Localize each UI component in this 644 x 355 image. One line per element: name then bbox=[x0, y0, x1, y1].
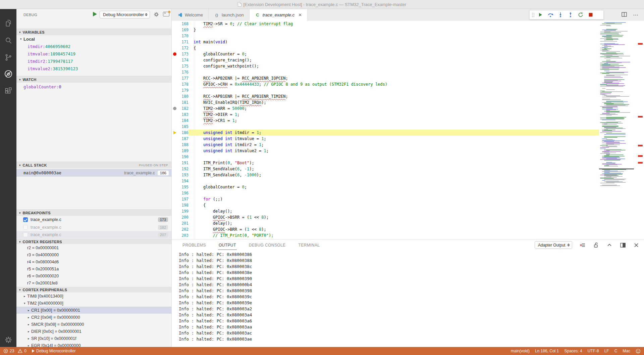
breakpoint-gutter[interactable] bbox=[172, 142, 178, 148]
breakpoint-gutter[interactable] bbox=[172, 148, 178, 154]
breakpoint-gutter[interactable] bbox=[172, 39, 178, 45]
search-icon[interactable] bbox=[0, 33, 16, 49]
breakpoint-gutter[interactable] bbox=[172, 112, 178, 118]
breakpoint-gutter[interactable] bbox=[172, 21, 178, 27]
peripheral-row[interactable]: ▸DIER [0x0c] = 0x00000001 bbox=[16, 328, 171, 335]
tab-launch-json[interactable]: {}launch.json bbox=[209, 9, 250, 21]
breakpoint-gutter[interactable] bbox=[172, 93, 178, 99]
panel-tab-terminal[interactable]: TERMINAL bbox=[298, 241, 321, 250]
watch-row[interactable]: globalCounter: 0 bbox=[16, 83, 171, 90]
breakpoint-checkbox[interactable] bbox=[23, 232, 28, 237]
watch-section-header[interactable]: ▾ WATCH bbox=[16, 76, 171, 83]
breakpoint-gutter[interactable] bbox=[172, 81, 178, 87]
breakpoint-gutter[interactable] bbox=[172, 166, 178, 172]
source-control-icon[interactable] bbox=[0, 49, 16, 65]
breakpoint-gutter[interactable] bbox=[172, 51, 178, 57]
debug-status[interactable]: Debug Microcontroller bbox=[32, 349, 75, 353]
code-editor[interactable]: 168 TIM2->SR = 0; // Clear interrupt fla… bbox=[172, 21, 599, 239]
variable-row[interactable]: itmdir: 4066950602 bbox=[16, 43, 171, 50]
callstack-section-header[interactable]: ▾ CALL STACK PAUSED ON STEP bbox=[16, 162, 171, 168]
variable-row[interactable]: itmvalue: 1898457419 bbox=[16, 50, 171, 57]
breakpoint-gutter[interactable] bbox=[172, 118, 178, 124]
breakpoint-gutter[interactable] bbox=[172, 190, 178, 196]
eol[interactable]: LF bbox=[604, 349, 609, 353]
explorer-icon[interactable] bbox=[0, 15, 16, 31]
variable-row[interactable]: itmvalue2: 3815390123 bbox=[16, 65, 171, 72]
breakpoint-gutter[interactable] bbox=[172, 124, 178, 130]
register-row[interactable]: r2 = 0x00000001 bbox=[16, 244, 171, 251]
peripheral-row[interactable]: ▸EGR [0x14] = 0x00000000 bbox=[16, 342, 171, 347]
breakpoints-section-header[interactable]: ▾ BREAKPOINTS bbox=[16, 209, 171, 216]
language-mode[interactable]: C bbox=[614, 349, 618, 353]
registers-section-header[interactable]: ▾ CORTEX REGISTERS bbox=[16, 239, 171, 244]
breakpoint-gutter[interactable] bbox=[172, 99, 178, 105]
variables-section-header[interactable]: ▾ VARIABLES bbox=[16, 29, 171, 35]
tab-welcome[interactable]: Welcome bbox=[172, 9, 209, 21]
breakpoint-gutter[interactable] bbox=[172, 69, 178, 75]
problems-status[interactable]: 23 0 bbox=[3, 349, 26, 353]
breakpoint-gutter[interactable] bbox=[172, 232, 178, 238]
tab-trace_example-c[interactable]: Ctrace_example.c✕ bbox=[250, 9, 308, 21]
stop-button[interactable] bbox=[586, 11, 595, 19]
stack-frame-row[interactable]: main@0x080003aetrace_example.c186 bbox=[16, 169, 171, 177]
breakpoint-row[interactable]: trace_example.c173 bbox=[16, 216, 171, 223]
variable-row[interactable]: itmdir2: 1799478117 bbox=[16, 57, 171, 65]
peripheral-row[interactable]: ▾TIM2 [0x40000000] bbox=[16, 300, 171, 307]
configure-gear-icon[interactable] bbox=[153, 11, 159, 18]
breakpoint-row[interactable]: trace_example.c207 bbox=[16, 231, 171, 238]
breakpoint-gutter[interactable] bbox=[172, 184, 178, 190]
breakpoint-gutter[interactable] bbox=[172, 214, 178, 220]
breakpoint-gutter[interactable] bbox=[172, 136, 178, 142]
breakpoint-gutter[interactable] bbox=[172, 45, 178, 51]
maximize-panel-icon[interactable] bbox=[606, 242, 612, 248]
encoding[interactable]: UTF-8 bbox=[588, 349, 599, 353]
continue-button[interactable] bbox=[536, 11, 545, 19]
panel-layout-icon[interactable] bbox=[620, 242, 626, 248]
breakpoint-gutter[interactable] bbox=[172, 75, 178, 81]
peripheral-row[interactable]: ▸SMCR [0x08] = 0x00000000 bbox=[16, 321, 171, 328]
breakpoint-gutter[interactable] bbox=[172, 226, 178, 232]
breakpoint-gutter[interactable] bbox=[172, 57, 178, 63]
breakpoint-gutter[interactable] bbox=[172, 160, 178, 166]
breakpoint-row[interactable]: trace_example.c182 bbox=[16, 224, 171, 231]
step-over-button[interactable] bbox=[546, 11, 555, 19]
breakpoint-gutter[interactable] bbox=[172, 154, 178, 160]
breakpoint-gutter[interactable] bbox=[172, 220, 178, 226]
breakpoint-gutter[interactable] bbox=[172, 33, 178, 39]
breakpoint-gutter[interactable] bbox=[172, 105, 178, 112]
panel-tab-problems[interactable]: PROBLEMS bbox=[182, 241, 207, 250]
breakpoint-gutter[interactable] bbox=[172, 196, 178, 202]
debug-icon[interactable] bbox=[0, 66, 16, 82]
extensions-icon[interactable] bbox=[0, 83, 16, 99]
register-row[interactable]: r4 = 0x080004d6 bbox=[16, 258, 171, 265]
close-panel-icon[interactable] bbox=[633, 242, 639, 248]
output-log[interactable]: Info : halted: PC: 0x08000386Info : halt… bbox=[179, 252, 252, 342]
indentation[interactable]: Spaces: 4 bbox=[564, 349, 582, 353]
step-into-button[interactable] bbox=[556, 11, 565, 19]
panel-tab-debug-console[interactable]: DEBUG CONSOLE bbox=[248, 241, 286, 250]
breakpoint-gutter[interactable] bbox=[172, 87, 178, 93]
breakpoint-checkbox[interactable] bbox=[23, 217, 28, 222]
breakpoint-gutter[interactable] bbox=[172, 130, 178, 136]
breakpoint-gutter[interactable] bbox=[172, 202, 178, 208]
restart-button[interactable] bbox=[576, 11, 585, 19]
breakpoint-gutter[interactable] bbox=[172, 172, 178, 178]
minimap[interactable] bbox=[599, 21, 634, 239]
platform[interactable]: Mac bbox=[623, 349, 630, 353]
breakpoint-checkbox[interactable] bbox=[23, 225, 28, 230]
clear-output-icon[interactable] bbox=[580, 242, 586, 248]
peripheral-row[interactable]: ▸SR [0x10] = 0x0000001f bbox=[16, 335, 171, 342]
breakpoint-gutter[interactable] bbox=[172, 178, 178, 184]
settings-gear-icon[interactable] bbox=[0, 332, 16, 348]
feedback-smiley-icon[interactable] bbox=[636, 349, 641, 354]
peripherals-section-header[interactable]: ▾ CORTEX PERIPHERALS bbox=[16, 287, 171, 293]
register-row[interactable]: r6 = 0x00000020 bbox=[16, 272, 171, 279]
close-tab-icon[interactable]: ✕ bbox=[298, 12, 302, 17]
debug-console-icon[interactable] bbox=[163, 12, 169, 16]
breakpoint-gutter[interactable] bbox=[172, 63, 178, 69]
peripheral-row[interactable]: ▸CR2 [0x04] = 0x00000000 bbox=[16, 314, 171, 321]
cursor-position[interactable]: Ln 186, Col 1 bbox=[535, 349, 559, 353]
step-out-button[interactable] bbox=[566, 11, 575, 19]
overview-ruler[interactable] bbox=[634, 21, 644, 239]
unlock-icon[interactable] bbox=[593, 242, 599, 248]
